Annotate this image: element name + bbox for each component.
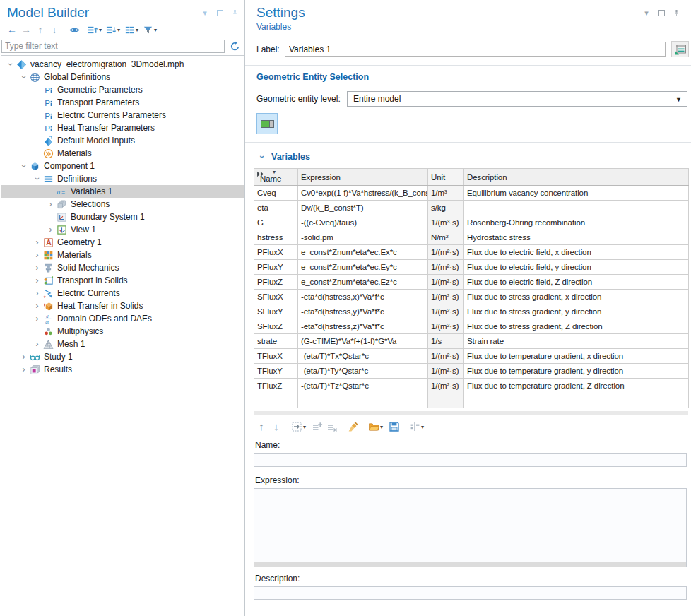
cell-expression[interactable]: Cv0*exp((1-f)*Va*hstress/(k_B_const*T)) <box>298 186 428 201</box>
move-down-button[interactable]: ↓ <box>48 23 61 36</box>
cell-name[interactable]: SFluxX <box>254 290 298 304</box>
cell-expression[interactable]: -(eta/T)*Tx*Qstar*c <box>298 349 428 364</box>
tree-item[interactable]: ›AGeometry 1 <box>1 236 244 249</box>
go-back-button[interactable]: ← <box>6 23 18 36</box>
cell-unit[interactable]: 1/(m²·s) <box>428 245 464 260</box>
refresh-icon[interactable] <box>228 39 242 53</box>
tree-item[interactable]: ›Heat Transfer in Solids <box>1 300 244 312</box>
cell-name[interactable]: PFluxX <box>254 245 298 260</box>
cell-expression[interactable]: e_const*Znum*eta*ec.Ez*c <box>298 275 428 290</box>
cell-unit[interactable]: 1/(m²·s) <box>428 364 464 379</box>
tree-chevron-icon[interactable]: › <box>32 340 42 348</box>
cell-name[interactable]: PFluxZ <box>254 275 298 290</box>
cell-description[interactable]: Flux due to temperature gradient, x dire… <box>464 349 689 364</box>
tree-item[interactable]: Multiphysics <box>1 325 244 338</box>
geometric-entity-level-select[interactable]: Entire model ▼ <box>347 91 687 107</box>
edit-columns-button[interactable]: ▾ <box>409 420 427 433</box>
tree-item[interactable]: PElectric Currents Parameters <box>1 109 244 122</box>
cell-unit[interactable]: 1/s <box>428 334 464 349</box>
cell-description[interactable]: Flux due to electric field, y direction <box>464 260 689 275</box>
save-to-file-button[interactable] <box>388 420 401 433</box>
collapse-caret-icon[interactable]: ▾ <box>642 8 651 17</box>
cell-description[interactable]: Strain rate <box>464 334 689 349</box>
tree-item[interactable]: ›Materials <box>1 249 244 261</box>
tree-item[interactable]: ›Global Definitions <box>1 71 244 83</box>
expression-horizontal-scrollbar[interactable] <box>254 562 686 567</box>
model-tree-node-text-button[interactable]: ▾ <box>124 23 141 36</box>
dropdown-caret-icon[interactable]: ▾ <box>380 424 386 430</box>
cell-unit[interactable]: 1/(m²·s) <box>428 275 464 290</box>
expression-textarea[interactable] <box>254 489 686 562</box>
cell-unit[interactable]: 1/(m²·s) <box>428 349 464 364</box>
tree-item[interactable]: PTransport Parameters <box>1 96 244 109</box>
cell-name[interactable]: Cveq <box>254 186 298 201</box>
cell-expression[interactable]: -(eta/T)*Ty*Qstar*c <box>298 364 428 379</box>
cell-expression[interactable]: -(eta/T)*Tz*Qstar*c <box>298 379 428 393</box>
go-forward-button[interactable]: → <box>20 23 33 36</box>
cell-unit[interactable] <box>428 393 464 408</box>
tree-item[interactable]: ›ddtDomain ODEs and DAEs <box>1 312 244 325</box>
cell-expression[interactable]: -eta*d(hstress,y)*Va*f*c <box>298 304 428 319</box>
cell-expression[interactable] <box>298 393 428 408</box>
tree-chevron-icon[interactable]: › <box>32 251 42 259</box>
column-header-name[interactable]: ▾Name <box>254 169 298 186</box>
active-toggle-button[interactable] <box>256 113 278 134</box>
pin-icon[interactable] <box>230 8 239 17</box>
dropdown-caret-icon[interactable]: ▾ <box>154 27 160 33</box>
row-move-up-button[interactable]: ↑ <box>255 420 268 433</box>
tree-filter-input[interactable] <box>1 40 225 53</box>
column-header-description[interactable]: Description <box>464 169 689 186</box>
column-header-expression[interactable]: Expression <box>298 169 428 186</box>
cell-unit[interactable]: 1/(m²·s) <box>428 290 464 304</box>
cell-expression[interactable]: (G-cTIME)*Va*f+(1-f)*G*Va <box>298 334 428 349</box>
tree-chevron-icon[interactable]: › <box>32 302 42 310</box>
cell-unit[interactable]: 1/m³ <box>428 186 464 201</box>
cell-name[interactable]: SFluxZ <box>254 319 298 334</box>
tree-item[interactable]: Materials <box>1 147 244 160</box>
cell-description[interactable]: Flux due to electric field, x direction <box>464 245 689 260</box>
expand-all-button[interactable]: ▾ <box>106 23 123 36</box>
tree-item[interactable]: ›Study 1 <box>1 350 244 363</box>
tree-item[interactable]: ›Transport in Solids <box>1 274 244 287</box>
cell-description[interactable]: Flux due to electric field, Z direction <box>464 275 689 290</box>
collapse-all-button[interactable]: ▾ <box>88 23 105 36</box>
cell-unit[interactable]: 1/(m²·s) <box>428 304 464 319</box>
tree-item[interactable]: ›Component 1 <box>1 160 244 172</box>
cell-description[interactable]: Flux due to stress gradient, y direction <box>464 304 689 319</box>
dropdown-caret-icon[interactable]: ▾ <box>421 424 427 430</box>
tree-chevron-icon[interactable]: › <box>45 200 56 208</box>
tree-chevron-icon[interactable]: › <box>32 263 42 272</box>
cell-name[interactable]: G <box>254 215 298 230</box>
cell-name[interactable]: strate <box>254 334 298 349</box>
cell-unit[interactable]: N/m² <box>428 230 464 245</box>
tree-chevron-icon[interactable]: › <box>18 365 29 374</box>
cell-name[interactable]: PFluxY <box>254 260 298 275</box>
tree-chevron-icon[interactable]: › <box>18 162 29 170</box>
move-up-button[interactable]: ↑ <box>34 23 47 36</box>
cell-name[interactable]: eta <box>254 201 298 215</box>
tree-item[interactable]: Boundary System 1 <box>1 211 244 223</box>
filter-button[interactable]: ▾ <box>143 23 160 36</box>
cell-expression[interactable]: e_const*Znum*eta*ec.Ex*c <box>298 245 428 260</box>
cell-expression[interactable]: Dv/(k_B_const*T) <box>298 201 428 215</box>
cell-description[interactable]: Flux due to temperature gradient, Z dire… <box>464 379 689 393</box>
tree-chevron-icon[interactable]: › <box>32 314 42 323</box>
show-hide-button[interactable] <box>68 23 81 36</box>
tree-item[interactable]: a=Variables 1 <box>1 185 244 198</box>
tree-chevron-icon[interactable]: › <box>18 353 29 361</box>
add-row-button[interactable] <box>311 420 324 433</box>
cell-description[interactable]: Rosenberg-Ohring recombination <box>464 215 689 230</box>
dropdown-caret-icon[interactable]: ▾ <box>136 27 141 33</box>
dropdown-caret-icon[interactable]: ▾ <box>303 424 309 430</box>
cell-expression[interactable]: -solid.pm <box>298 230 428 245</box>
cell-name[interactable]: SFluxY <box>254 304 298 319</box>
cell-name[interactable]: TFluxZ <box>254 379 298 393</box>
description-input[interactable] <box>254 586 687 600</box>
cell-description[interactable]: Equilibrium vacancy concentration <box>464 186 689 201</box>
label-input[interactable] <box>285 42 666 57</box>
delete-row-button[interactable] <box>326 420 338 433</box>
cell-description[interactable] <box>464 393 689 408</box>
tree-chevron-icon[interactable]: › <box>5 60 16 69</box>
tree-item[interactable]: ›Electric Currents <box>1 287 244 300</box>
tree-item[interactable]: ›View 1 <box>1 223 244 236</box>
